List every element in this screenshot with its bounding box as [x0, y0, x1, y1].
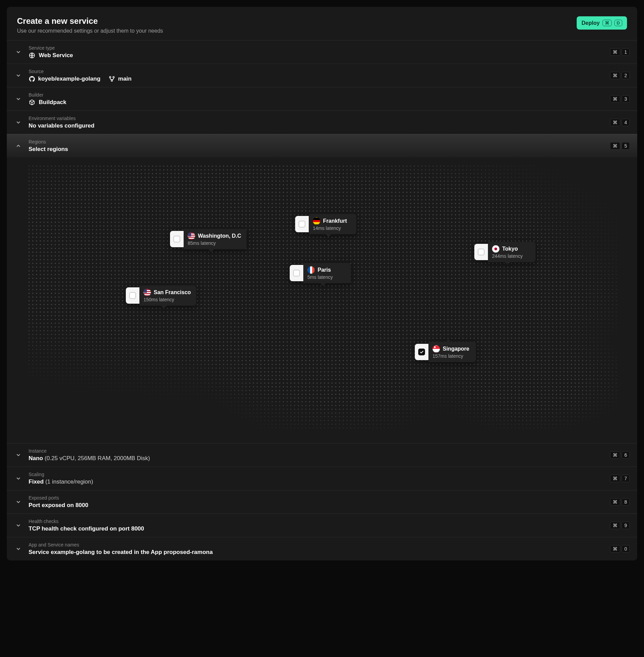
chevron-down-icon	[14, 521, 22, 529]
section-instance[interactable]: Instance Nano (0.25 vCPU, 256MB RAM, 200…	[7, 443, 637, 467]
region-card-sanfrancisco: San Francisco 150ms latency	[126, 285, 196, 306]
region-name-tokyo: Tokyo	[502, 246, 518, 252]
instance-value-bold: Nano	[29, 455, 43, 461]
section-ports[interactable]: Exposed ports Port exposed on 8000 ⌘ 8	[7, 490, 637, 513]
flag-us-icon	[143, 289, 151, 296]
flag-jp-icon	[492, 245, 499, 253]
flag-sg-icon	[433, 345, 440, 353]
names-value: Service example-golang to be created in …	[29, 549, 213, 556]
flag-de-icon	[313, 217, 320, 225]
shortcut-builder: ⌘ 3	[610, 95, 630, 103]
env-label: Environment variables	[29, 116, 604, 121]
section-source[interactable]: Source koyeb/example-golang main ⌘ 2	[7, 64, 637, 87]
deploy-kbd-cmd: ⌘	[603, 20, 612, 26]
service-type-value: Web Service	[39, 52, 73, 59]
package-icon	[29, 99, 35, 106]
create-service-card: Create a new service Use our recommended…	[7, 7, 637, 560]
svg-point-3	[111, 80, 113, 81]
health-value: TCP health check configured on port 8000	[29, 525, 144, 532]
svg-point-2	[113, 77, 114, 78]
shortcut-env: ⌘ 4	[610, 119, 630, 126]
chevron-up-icon	[14, 142, 22, 150]
shortcut-names: ⌘ 0	[610, 545, 630, 553]
region-checkbox-paris[interactable]	[293, 270, 300, 276]
chevron-down-icon	[14, 118, 22, 127]
region-name-frankfurt: Frankfurt	[323, 218, 347, 224]
shortcut-source: ⌘ 2	[610, 72, 630, 79]
scaling-value-rest: (1 instance/region)	[44, 478, 93, 485]
chevron-down-icon	[14, 48, 22, 56]
region-latency-singapore: 157ms latency	[433, 353, 471, 359]
region-name-paris: Paris	[318, 267, 331, 273]
section-env[interactable]: Environment variables No variables confi…	[7, 111, 637, 134]
region-checkbox-singapore[interactable]	[418, 349, 425, 355]
region-latency-washington: 85ms latency	[188, 240, 241, 246]
region-checkbox-washington[interactable]	[173, 236, 180, 242]
section-builder[interactable]: Builder Buildpack ⌘ 3	[7, 87, 637, 111]
region-name-washington: Washington, D.C	[198, 233, 241, 239]
region-latency-frankfurt: 14ms latency	[313, 225, 351, 231]
region-latency-paris: 5ms latency	[307, 274, 345, 280]
regions-map: Washington, D.C 85ms latency San Francis…	[7, 157, 637, 443]
globe-icon	[29, 52, 35, 59]
source-branch: main	[118, 75, 132, 82]
chevron-down-icon	[14, 71, 22, 80]
env-value: No variables configured	[29, 122, 95, 129]
region-card-paris: Paris 5ms latency	[290, 263, 351, 283]
github-icon	[29, 75, 35, 82]
source-repo: koyeb/example-golang	[38, 75, 100, 82]
branch-icon	[108, 75, 115, 82]
flag-us-icon	[188, 232, 195, 240]
shortcut-instance: ⌘ 6	[610, 451, 630, 459]
region-name-singapore: Singapore	[443, 346, 469, 352]
region-latency-sanfrancisco: 150ms latency	[143, 297, 191, 302]
card-header: Create a new service Use our recommended…	[7, 7, 637, 40]
ports-label: Exposed ports	[29, 495, 604, 501]
section-service-type[interactable]: Service type Web Service ⌘ 1	[7, 40, 637, 64]
instance-label: Instance	[29, 448, 604, 454]
region-card-singapore: Singapore 157ms latency	[415, 342, 476, 362]
health-label: Health checks	[29, 519, 604, 524]
section-regions[interactable]: Regions Select regions ⌘ 5	[7, 134, 637, 157]
page-title: Create a new service	[17, 16, 163, 26]
world-map-dots	[27, 164, 617, 429]
region-card-tokyo: Tokyo 244ms latency	[474, 242, 536, 262]
shortcut-service-type: ⌘ 1	[610, 48, 630, 56]
chevron-down-icon	[14, 545, 22, 553]
region-latency-tokyo: 244ms latency	[492, 253, 530, 259]
regions-label: Regions	[29, 139, 604, 145]
scaling-value-bold: Fixed	[29, 478, 44, 485]
region-card-frankfurt: Frankfurt 14ms latency	[295, 214, 356, 234]
names-label: App and Service names	[29, 542, 604, 548]
chevron-down-icon	[14, 451, 22, 459]
section-health[interactable]: Health checks TCP health check configure…	[7, 513, 637, 537]
region-name-sanfrancisco: San Francisco	[154, 289, 191, 296]
builder-value: Buildpack	[39, 99, 66, 106]
page-subtitle: Use our recommended settings or adjust t…	[17, 28, 163, 34]
shortcut-ports: ⌘ 8	[610, 498, 630, 506]
instance-value-rest: (0.25 vCPU, 256MB RAM, 2000MB Disk)	[43, 455, 150, 461]
ports-value: Port exposed on 8000	[29, 502, 88, 509]
shortcut-health: ⌘ 9	[610, 522, 630, 529]
section-scaling[interactable]: Scaling Fixed (1 instance/region) ⌘ 7	[7, 467, 637, 490]
deploy-button[interactable]: Deploy ⌘ D	[577, 16, 627, 30]
service-type-label: Service type	[29, 45, 604, 51]
deploy-label: Deploy	[581, 20, 599, 26]
region-checkbox-sanfrancisco[interactable]	[129, 292, 136, 299]
shortcut-scaling: ⌘ 7	[610, 475, 630, 482]
builder-label: Builder	[29, 92, 604, 98]
chevron-down-icon	[14, 498, 22, 506]
section-names[interactable]: App and Service names Service example-go…	[7, 537, 637, 560]
deploy-kbd-d: D	[614, 20, 622, 26]
source-label: Source	[29, 69, 604, 74]
flag-fr-icon	[307, 266, 315, 274]
shortcut-regions: ⌘ 5	[610, 142, 630, 150]
scaling-label: Scaling	[29, 472, 604, 477]
regions-value: Select regions	[29, 146, 68, 153]
svg-point-1	[109, 77, 111, 78]
region-checkbox-frankfurt[interactable]	[299, 221, 305, 228]
chevron-down-icon	[14, 474, 22, 483]
region-card-washington: Washington, D.C 85ms latency	[170, 229, 247, 249]
chevron-down-icon	[14, 95, 22, 103]
region-checkbox-tokyo[interactable]	[478, 249, 485, 255]
